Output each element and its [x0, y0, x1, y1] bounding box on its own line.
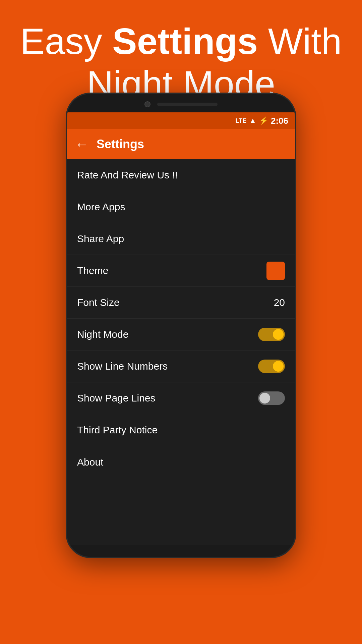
toggle-knob-show-line-numbers	[273, 361, 284, 372]
settings-list: Rate And Review Us !!More AppsShare AppT…	[67, 159, 295, 478]
settings-label-more-apps: More Apps	[77, 201, 125, 213]
settings-label-font-size: Font Size	[77, 297, 120, 308]
settings-label-third-party-notice: Third Party Notice	[77, 424, 158, 436]
hero-line1: Easy Settings With	[20, 20, 342, 62]
status-icons: LTE ▲ ⚡ 2:06	[236, 116, 289, 126]
phone-screen: LTE ▲ ⚡ 2:06 ← Settings Rate And Review …	[67, 112, 295, 545]
settings-label-about: About	[77, 457, 103, 468]
settings-label-night-mode: Night Mode	[77, 329, 128, 340]
page-title: Settings	[97, 137, 144, 151]
lte-icon: LTE	[236, 117, 247, 124]
settings-item-show-page-lines[interactable]: Show Page Lines	[67, 382, 295, 414]
toggle-night-mode[interactable]	[258, 328, 285, 341]
toggle-knob-show-page-lines	[259, 393, 270, 404]
settings-item-more-apps[interactable]: More Apps	[67, 191, 295, 223]
status-bar: LTE ▲ ⚡ 2:06	[67, 112, 295, 129]
signal-icon: ▲	[249, 116, 256, 125]
battery-icon: ⚡	[259, 116, 268, 125]
app-bar: ← Settings	[67, 129, 295, 159]
toggle-show-line-numbers[interactable]	[258, 360, 285, 373]
settings-item-night-mode[interactable]: Night Mode	[67, 319, 295, 351]
settings-label-rate: Rate And Review Us !!	[77, 169, 178, 181]
settings-item-show-line-numbers[interactable]: Show Line Numbers	[67, 351, 295, 382]
back-button[interactable]: ←	[75, 137, 88, 152]
settings-item-rate[interactable]: Rate And Review Us !!	[67, 159, 295, 191]
settings-label-show-page-lines: Show Page Lines	[77, 392, 156, 404]
theme-color-picker[interactable]	[266, 262, 285, 280]
phone-top-bar	[67, 94, 295, 112]
settings-label-show-line-numbers: Show Line Numbers	[77, 361, 168, 372]
status-time: 2:06	[271, 116, 288, 126]
settings-item-theme[interactable]: Theme	[67, 255, 295, 287]
toggle-knob-night-mode	[273, 329, 284, 340]
settings-label-share-app: Share App	[77, 233, 124, 245]
camera	[144, 101, 150, 107]
settings-value-font-size: 20	[274, 297, 285, 308]
speaker	[157, 103, 218, 106]
settings-item-share-app[interactable]: Share App	[67, 223, 295, 255]
settings-item-font-size[interactable]: Font Size20	[67, 287, 295, 319]
toggle-show-page-lines[interactable]	[258, 391, 285, 405]
settings-item-third-party-notice[interactable]: Third Party Notice	[67, 414, 295, 446]
settings-label-theme: Theme	[77, 265, 108, 276]
phone-frame: LTE ▲ ⚡ 2:06 ← Settings Rate And Review …	[67, 94, 295, 557]
settings-item-about[interactable]: About	[67, 446, 295, 478]
